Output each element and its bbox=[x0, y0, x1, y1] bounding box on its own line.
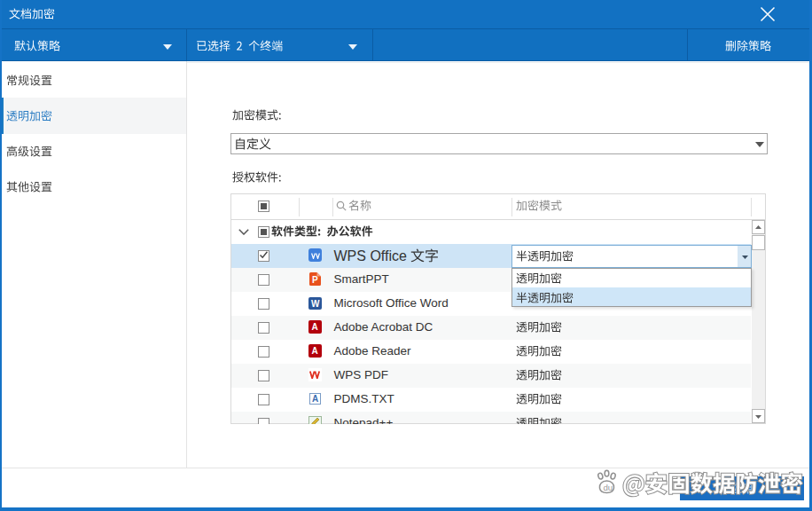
svg-text:du: du bbox=[603, 483, 613, 492]
